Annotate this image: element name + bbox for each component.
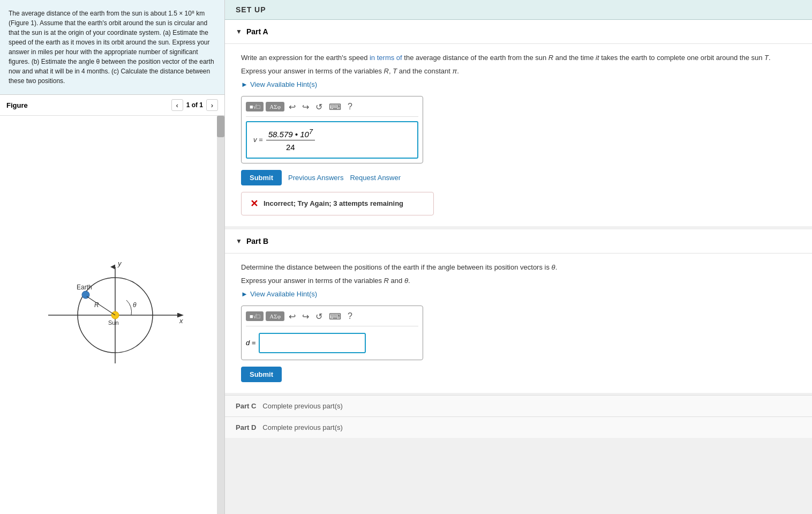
part-b-math-toolbar: ■√□ ΑΣφ ↩ ↪ ↺ ⌨ ?	[246, 310, 418, 326]
part-a-hint-link[interactable]: ► View Available Hint(s)	[241, 80, 796, 88]
figure-scrollbar[interactable]	[217, 116, 224, 514]
figure-label: Figure	[6, 101, 28, 109]
svg-text:Sun: Sun	[108, 319, 119, 326]
matrix-button[interactable]: ■√□	[246, 102, 264, 111]
part-a-math-toolbar: ■√□ ΑΣφ ↩ ↪ ↺ ⌨ ?	[246, 101, 418, 117]
part-b-math-input: ■√□ ΑΣφ ↩ ↪ ↺ ⌨ ? d =	[241, 306, 423, 360]
svg-text:Earth: Earth	[77, 284, 92, 291]
part-a-action-links: Previous Answers Request Answer	[288, 174, 401, 182]
part-b-hint-link[interactable]: ► View Available Hint(s)	[241, 290, 796, 298]
figure-header: Figure ‹ 1 of 1 ›	[0, 95, 224, 116]
part-a-label: Part A	[246, 27, 268, 36]
denominator: 24	[286, 141, 295, 152]
part-a-express-line: Express your answer in terms of the vari…	[241, 67, 796, 75]
problem-text: The average distance of the earth from t…	[0, 0, 224, 95]
scrollbar-thumb	[217, 116, 224, 137]
part-b-symbol-button[interactable]: ΑΣφ	[266, 311, 284, 321]
part-c-section: Part C Complete previous part(s)	[225, 395, 812, 416]
part-b-undo-button[interactable]: ↩	[287, 310, 298, 323]
figure-next-button[interactable]: ›	[206, 99, 218, 111]
part-a-arrow: ▼	[236, 28, 242, 35]
part-b-input-row: d =	[246, 331, 418, 355]
part-a-description: Write an expression for the earth's spee…	[241, 53, 796, 64]
part-b-label: Part B	[246, 237, 268, 245]
svg-text:x: x	[179, 317, 183, 325]
figure-svg: x y Earth R θ Sun	[21, 256, 204, 374]
part-a-math-display[interactable]: v = 58.579 • 107 24	[246, 121, 418, 159]
v-label: v =	[253, 136, 263, 144]
part-d-label: Part D	[236, 423, 256, 431]
part-b-redo-button[interactable]: ↪	[300, 310, 311, 323]
part-b-reset-button[interactable]: ↺	[313, 310, 325, 323]
symbol-button[interactable]: ΑΣφ	[266, 102, 284, 111]
part-d-description: Complete previous part(s)	[262, 423, 343, 431]
part-a-content: Write an expression for the earth's spee…	[225, 44, 812, 226]
figure-nav-text: 1 of 1	[186, 101, 203, 109]
part-b-header[interactable]: ▼ Part B	[225, 229, 812, 254]
part-a-section: ▼ Part A Write an expression for the ear…	[225, 20, 812, 226]
keyboard-button[interactable]: ⌨	[327, 101, 343, 113]
svg-text:R: R	[94, 301, 99, 309]
figure-prev-button[interactable]: ‹	[171, 99, 183, 111]
part-c-description: Complete previous part(s)	[262, 402, 343, 410]
redo-button[interactable]: ↪	[300, 101, 311, 113]
part-b-express-line: Express your answer in terms of the vari…	[241, 277, 796, 285]
right-panel: SET UP ▼ Part A Write an expression for …	[225, 0, 812, 514]
figure-nav: ‹ 1 of 1 ›	[171, 99, 218, 111]
figure-area: Figure ‹ 1 of 1 ›	[0, 95, 224, 514]
part-b-help-button[interactable]: ?	[345, 310, 355, 322]
part-a-submit-button[interactable]: Submit	[241, 170, 282, 185]
part-b-arrow: ▼	[236, 237, 242, 245]
part-a-error-box: ✕ Incorrect; Try Again; 3 attempts remai…	[241, 192, 434, 215]
part-a-submit-row: Submit Previous Answers Request Answer	[241, 170, 796, 185]
part-a-math-input: ■√□ ΑΣφ ↩ ↪ ↺ ⌨ ? v = 58.579 • 107 24	[241, 96, 423, 163]
part-c-label: Part C	[236, 402, 256, 410]
part-b-matrix-button[interactable]: ■√□	[246, 311, 264, 321]
undo-button[interactable]: ↩	[287, 101, 298, 113]
error-icon: ✕	[250, 198, 258, 210]
help-button[interactable]: ?	[345, 101, 355, 113]
hint-arrow-icon: ►	[241, 80, 248, 88]
part-b-section: ▼ Part B Determine the distance between …	[225, 229, 812, 393]
part-b-hint-arrow-icon: ►	[241, 290, 248, 298]
svg-text:θ: θ	[133, 301, 137, 309]
part-b-content: Determine the distance between the posit…	[225, 254, 812, 393]
svg-text:y: y	[117, 259, 122, 267]
fraction-display: 58.579 • 107 24	[266, 128, 315, 152]
setup-header: SET UP	[225, 0, 812, 20]
error-text: Incorrect; Try Again; 3 attempts remaini…	[264, 199, 403, 207]
request-answer-link[interactable]: Request Answer	[350, 174, 401, 182]
numerator: 58.579 • 107	[266, 128, 315, 140]
left-panel: The average distance of the earth from t…	[0, 0, 225, 514]
d-label: d =	[246, 339, 255, 347]
svg-line-5	[87, 296, 115, 315]
part-b-keyboard-button[interactable]: ⌨	[327, 310, 343, 323]
part-b-answer-input[interactable]	[259, 333, 366, 353]
part-d-section: Part D Complete previous part(s)	[225, 416, 812, 438]
previous-answers-link[interactable]: Previous Answers	[288, 174, 343, 182]
part-b-description: Determine the distance between the posit…	[241, 262, 796, 273]
reset-button[interactable]: ↺	[313, 101, 325, 113]
part-a-header[interactable]: ▼ Part A	[225, 20, 812, 44]
part-b-submit-button[interactable]: Submit	[241, 367, 282, 382]
figure-canvas: x y Earth R θ Sun	[0, 116, 224, 514]
